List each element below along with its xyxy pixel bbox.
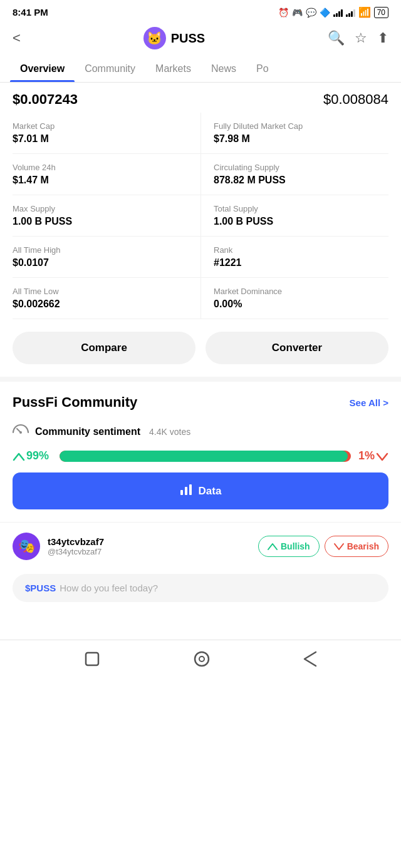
user-info: 🎭 t34ytcvbzaf7 @t34ytcvbzaf7 — [13, 533, 104, 560]
chart-icon — [180, 484, 192, 498]
tab-markets[interactable]: Markets — [145, 56, 201, 82]
bearish-percentage: 1% — [357, 449, 388, 462]
status-time: 8:41 PM — [13, 7, 48, 18]
stat-ath: All Time High $0.0107 — [13, 237, 200, 278]
chat-icon: 💬 — [306, 8, 316, 18]
comment-ticker: $PUSS — [25, 583, 56, 593]
stat-label-dominance: Market Dominance — [214, 287, 388, 296]
tabs-nav: Overview Community Markets News Po — [0, 56, 401, 83]
tab-more[interactable]: Po — [246, 56, 279, 82]
avatar: 🎭 — [13, 533, 40, 560]
svg-point-7 — [199, 656, 204, 661]
stat-label-rank: Rank — [214, 245, 388, 255]
user-display-name: t34ytcvbzaf7 — [48, 536, 104, 547]
stat-label-volume: Volume 24h — [13, 163, 188, 172]
stat-dominance: Market Dominance 0.00% — [200, 278, 388, 319]
tab-overview[interactable]: Overview — [10, 56, 75, 82]
compare-button[interactable]: Compare — [13, 332, 195, 364]
stat-value-circ-supply: 878.82 M PUSS — [214, 175, 388, 186]
stat-volume: Volume 24h $1.47 M — [13, 154, 200, 195]
price-row: $0.007243 $0.008084 — [0, 83, 401, 113]
back-button[interactable]: < — [13, 30, 21, 46]
sentiment-bar — [60, 451, 351, 462]
svg-rect-4 — [189, 484, 192, 495]
share-icon[interactable]: ⬆ — [377, 30, 388, 46]
status-icons: ⏰ 🎮 💬 🔷 📶 70 — [278, 6, 388, 18]
svg-point-6 — [195, 652, 209, 666]
game-icon: 🎮 — [292, 8, 303, 18]
stats-grid: Market Cap $7.01 M Fully Diluted Market … — [0, 113, 401, 319]
svg-point-1 — [19, 431, 22, 434]
stat-value-dominance: 0.00% — [214, 299, 388, 310]
stat-market-cap: Market Cap $7.01 M — [13, 113, 200, 154]
search-icon[interactable]: 🔍 — [328, 30, 345, 46]
stat-label-ath: All Time High — [13, 245, 188, 255]
stat-label-fully-diluted: Fully Diluted Market Cap — [214, 121, 388, 131]
star-icon[interactable]: ☆ — [355, 30, 367, 46]
bottom-nav — [0, 640, 401, 687]
stat-value-fully-diluted: $7.98 M — [214, 133, 388, 145]
stat-label-atl: All Time Low — [13, 287, 188, 296]
nav-square-icon[interactable] — [84, 651, 100, 671]
nav-back-icon[interactable] — [303, 651, 317, 671]
bearish-label: Bearish — [347, 541, 379, 551]
stat-max-supply: Max Supply 1.00 B PUSS — [13, 195, 200, 237]
stat-atl: All Time Low $0.002662 — [13, 278, 200, 319]
signal-bars-2 — [346, 8, 355, 17]
stat-total-supply: Total Supply 1.00 B PUSS — [200, 195, 388, 237]
community-section-header: PussFi Community See All > — [0, 382, 401, 417]
vpn-icon: 🔷 — [320, 8, 330, 18]
stat-value-total-supply: 1.00 B PUSS — [214, 216, 388, 227]
header-title: 🐱 PUSS — [143, 27, 205, 49]
stat-rank: Rank #1221 — [200, 237, 388, 278]
tab-news[interactable]: News — [201, 56, 246, 82]
bullish-bar-fill — [60, 451, 348, 462]
stat-value-ath: $0.0107 — [13, 257, 188, 268]
community-section-title: PussFi Community — [13, 394, 137, 411]
converter-button[interactable]: Converter — [206, 332, 388, 364]
bullish-button[interactable]: Bullish — [258, 536, 320, 557]
see-all-button[interactable]: See All > — [350, 397, 388, 408]
signal-bars-1 — [333, 8, 343, 17]
header: < 🐱 PUSS 🔍 ☆ ⬆ — [0, 22, 401, 56]
stat-circ-supply: Circulating Supply 878.82 M PUSS — [200, 154, 388, 195]
coin-name: PUSS — [171, 31, 205, 46]
current-price: $0.007243 — [13, 91, 78, 108]
stat-label-max-supply: Max Supply — [13, 204, 188, 213]
sentiment-vote-buttons: Bullish Bearish — [258, 536, 388, 557]
alarm-icon: ⏰ — [278, 8, 289, 18]
battery-indicator: 70 — [374, 7, 388, 18]
data-button[interactable]: Data — [13, 472, 388, 509]
bearish-button[interactable]: Bearish — [325, 536, 388, 557]
comment-placeholder: How do you feel today? — [60, 583, 158, 593]
stat-value-volume: $1.47 M — [13, 175, 188, 186]
nav-home-icon[interactable] — [193, 650, 211, 672]
tab-community[interactable]: Community — [75, 56, 145, 82]
stat-label-total-supply: Total Supply — [214, 204, 388, 213]
action-buttons: Compare Converter — [0, 319, 401, 377]
sentiment-row: Community sentiment 4.4K votes — [0, 417, 401, 449]
sentiment-bar-row: 99% 1% — [0, 449, 401, 472]
stat-value-market-cap: $7.01 M — [13, 133, 188, 145]
header-actions: 🔍 ☆ ⬆ — [328, 30, 388, 46]
alt-price: $0.008084 — [323, 91, 388, 108]
stat-label-circ-supply: Circulating Supply — [214, 163, 388, 172]
sentiment-votes: 4.4K votes — [149, 427, 190, 437]
status-bar: 8:41 PM ⏰ 🎮 💬 🔷 📶 70 — [0, 0, 401, 22]
sentiment-gauge-icon — [13, 423, 29, 441]
stat-value-max-supply: 1.00 B PUSS — [13, 216, 188, 227]
svg-rect-5 — [86, 653, 98, 665]
user-names: t34ytcvbzaf7 @t34ytcvbzaf7 — [48, 536, 104, 556]
coin-logo: 🐱 — [143, 27, 166, 49]
stat-value-rank: #1221 — [214, 257, 388, 268]
user-post-area: 🎭 t34ytcvbzaf7 @t34ytcvbzaf7 Bullish Bea… — [0, 522, 401, 574]
data-button-label: Data — [199, 485, 222, 498]
comment-input[interactable]: $PUSS How do you feel today? — [13, 574, 388, 602]
svg-rect-3 — [185, 487, 187, 495]
wifi-icon: 📶 — [358, 6, 371, 18]
bullish-percentage: 99% — [13, 449, 53, 462]
stat-fully-diluted: Fully Diluted Market Cap $7.98 M — [200, 113, 388, 154]
stat-value-atl: $0.002662 — [13, 299, 188, 310]
user-handle: @t34ytcvbzaf7 — [48, 547, 104, 556]
sentiment-label: Community sentiment — [35, 426, 140, 437]
